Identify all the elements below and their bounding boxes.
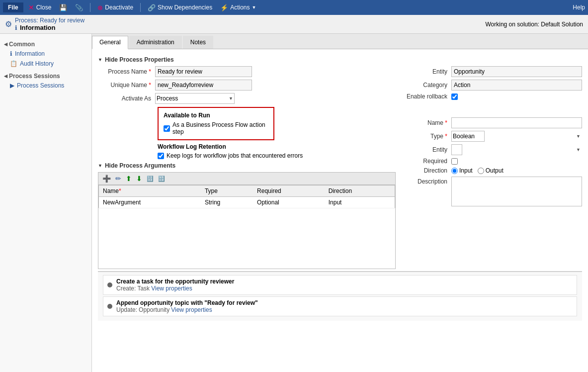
process-name-input[interactable] [155, 66, 252, 77]
process-name-label: Process Name * [98, 68, 155, 75]
args-up-btn[interactable]: ⬆ [124, 174, 133, 183]
process-sessions-section: ◀ Process Sessions [0, 69, 91, 81]
right-name-label: Name * [402, 119, 451, 126]
right-required-label: Required [402, 158, 451, 165]
attach-button[interactable]: 📎 [72, 3, 86, 12]
right-required-cb-wrap [451, 158, 458, 165]
process-icon: ⚙ [5, 19, 12, 29]
args-down-btn[interactable]: ⬇ [135, 174, 144, 183]
step-content-2: Append opportunity topic with "Ready for… [116, 299, 258, 313]
right-entity-select[interactable] [451, 144, 462, 155]
left-form: Process Name * Unique Name * Activate As [98, 66, 396, 269]
actions-button[interactable]: ⚡ Actions ▼ [217, 3, 259, 12]
direction-input-radio[interactable] [451, 168, 458, 174]
deactivate-icon: ⊗ [97, 4, 103, 11]
hide-process-args-header: ▼ Hide Process Arguments [98, 162, 396, 169]
unique-name-label: Unique Name * [98, 82, 155, 89]
direction-input-label: Input [459, 167, 473, 174]
right-type-label: Type * [402, 133, 451, 140]
col-name: Name* [99, 186, 201, 197]
unique-name-input[interactable] [155, 80, 252, 91]
step-row-2: Append opportunity topic with "Ready for… [103, 296, 577, 316]
enable-rollback-cb-wrap [451, 93, 458, 100]
tab-general[interactable]: General [92, 36, 128, 49]
col-required: Required [253, 186, 325, 197]
direction-radio-group: Input Output [451, 167, 504, 174]
enable-rollback-label: Enable rollback [402, 93, 451, 100]
help-link[interactable]: Help [573, 4, 585, 11]
hide-process-props-header: ▼ Hide Process Properties [98, 56, 582, 63]
entity-input[interactable] [451, 66, 582, 77]
deactivate-button[interactable]: ⊗ Deactivate [94, 3, 136, 12]
step-view-props-2[interactable]: View properties [171, 306, 212, 313]
avail-title: Available to Run [164, 112, 268, 119]
right-type-row: Type * Boolean [402, 131, 582, 142]
sidebar-item-audit-history[interactable]: 📋 Audit History [0, 59, 91, 69]
args-table: Name* Type Required Direction NewArgumen… [98, 185, 395, 208]
args-add-btn[interactable]: ➕ [101, 174, 112, 183]
workflow-log-checkbox[interactable] [158, 153, 164, 159]
activate-as-select-wrap: Process [155, 93, 235, 104]
right-description-label: Description [402, 177, 451, 185]
two-col-layout: Process Name * Unique Name * Activate As [98, 66, 582, 269]
category-label: Category [402, 82, 451, 89]
bpf-label: As a Business Process Flow action step [172, 121, 268, 135]
ps-icon: ▶ [10, 82, 14, 89]
col-direction: Direction [325, 186, 395, 197]
actions-dropdown-icon: ▼ [252, 5, 256, 10]
right-entity-row: Entity [402, 144, 582, 155]
right-name-row: Name * [402, 117, 582, 128]
step-view-props-1[interactable]: View properties [151, 285, 192, 292]
save-button[interactable]: 💾 [56, 3, 70, 12]
right-description-input[interactable] [451, 177, 582, 206]
activate-as-row: Activate As Process [98, 93, 396, 104]
info-icon: ℹ [15, 24, 17, 31]
main-layout: ◀ Common ℹ Information 📋 Audit History ◀… [0, 34, 588, 372]
right-required-checkbox[interactable] [451, 158, 458, 165]
step-title-1: Create a task for the opportunity review… [116, 278, 234, 285]
entity-row: Entity [402, 66, 582, 77]
enable-rollback-row: Enable rollback [402, 93, 582, 100]
sep1 [90, 3, 90, 12]
enable-rollback-checkbox[interactable] [451, 93, 458, 100]
direction-output-label: Output [486, 167, 504, 174]
step-row-1: Create a task for the opportunity review… [103, 275, 577, 295]
tab-notes[interactable]: Notes [183, 36, 213, 49]
step-dot-1 [107, 282, 112, 287]
sidebar-item-process-sessions[interactable]: ▶ Process Sessions [0, 81, 91, 91]
step-sub-2: Update: Opportunity View properties [116, 306, 258, 313]
sidebar-item-information[interactable]: ℹ Information [0, 49, 91, 59]
toolbar: File ✕ Close 💾 📎 ⊗ Deactivate 🔗 Show Dep… [0, 0, 588, 15]
right-direction-label: Direction [402, 167, 451, 174]
args-sort-asc-btn[interactable]: 🔢 [145, 175, 155, 183]
category-input[interactable] [451, 80, 582, 91]
working-on: Working on solution: Default Solution [485, 21, 583, 28]
right-entity-select-wrap [451, 144, 582, 155]
direction-output-radio[interactable] [478, 168, 484, 174]
activate-as-select[interactable]: Process [155, 93, 235, 104]
right-required-row: Required [402, 158, 582, 165]
attach-icon: 📎 [75, 4, 83, 11]
entity-label: Entity [402, 68, 451, 75]
available-to-run-box: Available to Run As a Business Process F… [158, 107, 274, 140]
step-content-1: Create a task for the opportunity review… [116, 278, 234, 292]
table-row[interactable]: NewArgument String Optional Input [99, 197, 395, 208]
args-edit-btn[interactable]: ✏ [114, 174, 123, 183]
close-button[interactable]: ✕ Close [25, 2, 55, 12]
bpf-checkbox[interactable] [164, 125, 170, 132]
actions-icon: ⚡ [220, 4, 228, 11]
show-deps-button[interactable]: 🔗 Show Dependencies [145, 3, 215, 12]
bottom-section: Create a task for the opportunity review… [98, 271, 582, 321]
process-prefix: Process: [15, 17, 38, 24]
workflow-log-label: Keep logs for workflow jobs that encount… [167, 152, 303, 159]
right-name-input[interactable] [451, 117, 582, 128]
right-panel: Entity Category Enable rollback [396, 66, 582, 269]
file-button[interactable]: File [3, 2, 23, 12]
args-sort-desc-btn[interactable]: 🔡 [157, 175, 167, 183]
right-direction-row: Direction Input Output [402, 167, 582, 174]
collapse-ps-icon: ◀ [4, 74, 7, 79]
deps-icon: 🔗 [148, 4, 156, 11]
col-type: Type [201, 186, 253, 197]
tab-administration[interactable]: Administration [129, 36, 182, 49]
right-type-select[interactable]: Boolean [451, 131, 485, 142]
